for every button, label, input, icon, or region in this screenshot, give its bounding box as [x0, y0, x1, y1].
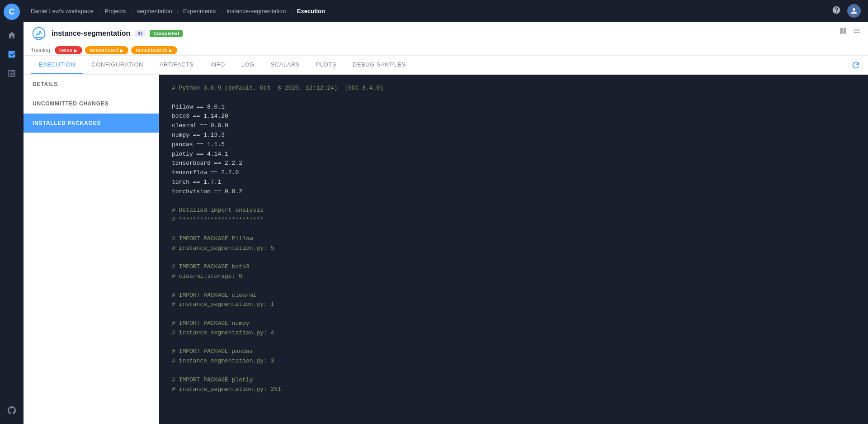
content-area: DETAILS UNCOMMITTED CHANGES INSTALLED PA…: [24, 75, 868, 424]
code-line: # IMPORT PACKAGE clearml: [172, 291, 855, 300]
panel-installed-packages[interactable]: INSTALLED PACKAGES: [24, 114, 159, 133]
code-line: clearml == 0.0.0: [172, 121, 855, 131]
code-line: plotly == 4.14.1: [172, 150, 855, 159]
code-line: # ************************: [172, 215, 855, 225]
code-line: [172, 281, 855, 291]
current-breadcrumb: Execution: [297, 8, 325, 14]
main-area: Daniel Lew's workspace › Projects › segm…: [24, 0, 868, 424]
refresh-button[interactable]: [851, 60, 861, 70]
code-line: [172, 366, 855, 376]
sep1: ›: [98, 8, 100, 14]
code-line: [172, 253, 855, 262]
code-line: [172, 93, 855, 103]
code-line: torch == 1.7.1: [172, 178, 855, 187]
code-line: tensorflow == 2.2.0: [172, 168, 855, 178]
tab-plots[interactable]: PLOTS: [308, 56, 344, 74]
code-line: # IMPORT PACKAGE plotly: [172, 376, 855, 385]
code-line: [172, 338, 855, 348]
projects-breadcrumb[interactable]: Projects: [104, 8, 126, 14]
tag-tensorboardx[interactable]: tensorboardx ▶: [131, 46, 177, 54]
tab-debug-samples[interactable]: DEBUG SAMPLES: [344, 56, 414, 74]
help-icon[interactable]: [832, 5, 841, 17]
subheader-tags: Training keras ▶ tensorboard ▶ tensorboa…: [31, 46, 861, 55]
code-line: # IMPORT PACKAGE Pillow: [172, 234, 855, 244]
code-line: # instance_segmentation.py: 3: [172, 357, 855, 366]
topnav: Daniel Lew's workspace › Projects › segm…: [24, 0, 868, 22]
tabbar-right: [851, 60, 861, 70]
instance-seg-breadcrumb[interactable]: instance-segmentation: [227, 8, 286, 14]
sep4: ›: [220, 8, 222, 14]
code-line: boto3 == 1.14.20: [172, 112, 855, 121]
code-line: Pillow == 8.0.1: [172, 103, 855, 112]
sep5: ›: [291, 8, 292, 14]
sidebar-github-btn[interactable]: [4, 402, 20, 419]
training-label: Training: [31, 47, 50, 53]
sidebar-home-btn[interactable]: [4, 27, 20, 43]
code-line: [172, 310, 855, 319]
code-line: # IMPORT PACKAGE boto3: [172, 262, 855, 272]
sidebar: C: [0, 0, 24, 424]
status-badge: Completed: [150, 30, 183, 37]
code-line: # clearml.storage: 0: [172, 272, 855, 281]
segmentation-breadcrumb[interactable]: segmentation: [137, 8, 172, 14]
tab-log[interactable]: LOG: [233, 56, 263, 74]
topnav-right: [832, 4, 861, 18]
code-line: [172, 225, 855, 234]
tag-tensorboard[interactable]: tensorboard ▶: [85, 46, 128, 54]
app-logo[interactable]: C: [4, 4, 20, 20]
sidebar-experiments-btn[interactable]: [4, 46, 20, 62]
subheader-right: [839, 27, 861, 41]
tabbar: EXECUTION CONFIGURATION ARTIFACTS INFO L…: [24, 56, 868, 75]
tab-execution[interactable]: EXECUTION: [31, 56, 83, 74]
svg-rect-1: [35, 37, 42, 38]
code-line: # IMPORT PACKAGE pandas: [172, 347, 855, 357]
code-line: [172, 197, 855, 206]
panel-details[interactable]: DETAILS: [24, 75, 159, 94]
experiment-icon: [31, 25, 47, 42]
code-line: # instance_segmentation.py: 5: [172, 244, 855, 253]
code-panel[interactable]: # Python 3.6.9 (default, Oct 8 2020, 12:…: [159, 75, 868, 424]
sidebar-table-btn[interactable]: [4, 65, 20, 81]
tab-configuration[interactable]: CONFIGURATION: [83, 56, 151, 74]
workspace-breadcrumb[interactable]: Daniel Lew's workspace: [31, 8, 94, 14]
code-line: # instance_segmentation.py: 4: [172, 329, 855, 338]
code-line: numpy == 1.19.3: [172, 131, 855, 140]
code-line: tensorboard == 2.2.2: [172, 159, 855, 168]
code-line: # Detailed import analysis: [172, 206, 855, 215]
subheader: instance-segmentation ID Completed Train…: [24, 22, 868, 56]
code-line: pandas == 1.1.5: [172, 140, 855, 150]
sep3: ›: [177, 8, 179, 14]
sep2: ›: [130, 8, 132, 14]
subheader-top: instance-segmentation ID Completed: [31, 25, 861, 44]
id-badge: ID: [135, 30, 145, 37]
code-line: # Python 3.6.9 (default, Oct 8 2020, 12:…: [172, 84, 855, 93]
left-panel: DETAILS UNCOMMITTED CHANGES INSTALLED PA…: [24, 75, 159, 424]
code-line: # IMPORT PACKAGE numpy: [172, 319, 855, 329]
tab-scalars[interactable]: SCALARS: [263, 56, 308, 74]
experiment-title: instance-segmentation: [52, 29, 130, 38]
tab-info[interactable]: INFO: [202, 56, 233, 74]
code-line: torchvision == 0.8.2: [172, 187, 855, 197]
panel-uncommitted[interactable]: UNCOMMITTED CHANGES: [24, 94, 159, 114]
experiments-breadcrumb[interactable]: Experiments: [183, 8, 216, 14]
split-view-icon[interactable]: [839, 27, 847, 37]
menu-icon[interactable]: [853, 27, 861, 37]
user-avatar[interactable]: [847, 4, 861, 18]
tag-keras[interactable]: keras ▶: [55, 46, 82, 54]
code-line: # instance_segmentation.py: 1: [172, 300, 855, 310]
code-line: # instance_segmentation.py: 251: [172, 385, 855, 395]
tab-artifacts[interactable]: ARTIFACTS: [151, 56, 202, 74]
